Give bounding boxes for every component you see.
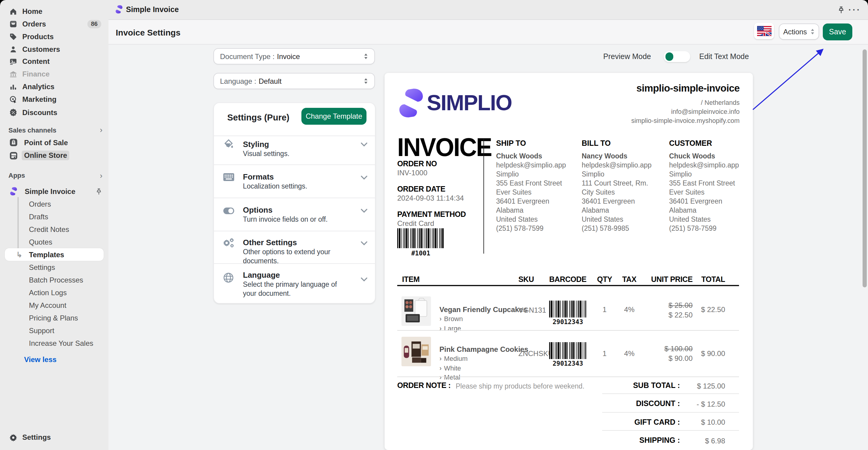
product-name: Vegan Friendly Cupcakes xyxy=(439,306,527,314)
screen: Home Orders 86 Products Customers Conten… xyxy=(0,0,868,450)
sku-value: VGN131 xyxy=(518,306,546,315)
item-barcode xyxy=(549,342,587,359)
product-image xyxy=(401,296,431,326)
bar-chart-icon xyxy=(8,82,18,91)
subtotal-value: $ 125.00 xyxy=(662,382,725,390)
sidebar-item-orders[interactable]: Orders 86 xyxy=(5,18,104,30)
actions-button[interactable]: Actions xyxy=(779,24,819,40)
divider xyxy=(214,231,375,231)
sidebar-subitem-action-logs[interactable]: Action Logs xyxy=(5,286,104,299)
view-less-link[interactable]: View less xyxy=(5,353,104,366)
sidebar-item-finance[interactable]: Finance xyxy=(5,67,104,80)
simple-invoice-app-icon xyxy=(8,187,18,196)
pin-icon[interactable] xyxy=(95,188,102,195)
payment-method-label: PAYMENT METHOD xyxy=(397,210,466,219)
sidebar-item-settings[interactable]: Settings xyxy=(5,431,104,443)
orders-count-badge: 86 xyxy=(87,20,101,28)
simplio-logo-icon xyxy=(397,87,425,119)
option-chevron-icon xyxy=(439,364,441,372)
sidebar-item-point-of-sale[interactable]: Point of Sale xyxy=(5,136,104,149)
app-topbar: Simple Invoice xyxy=(108,0,868,19)
sidebar-item-products[interactable]: Products xyxy=(5,30,104,43)
sidebar-subitem-my-account[interactable]: My Account xyxy=(5,299,104,312)
sidebar-item-marketing[interactable]: Marketing xyxy=(5,93,104,105)
sku-value: ZNCHSKU xyxy=(518,349,553,358)
sidebar-item-label: Customers xyxy=(22,45,60,53)
shop-name: simplio-simple-invoice xyxy=(631,83,740,94)
language-flag-button[interactable] xyxy=(754,23,774,39)
online-store-icon xyxy=(8,151,18,160)
vertical-scrollbar[interactable] xyxy=(863,50,867,287)
main-content: Document Type : Invoice Language : Defau… xyxy=(108,44,868,450)
chevron-down-icon xyxy=(361,175,369,184)
toggle-icon xyxy=(222,205,235,217)
simplio-logo-text: SIMPLIO xyxy=(427,90,512,116)
option-chevron-icon xyxy=(439,355,441,362)
sidebar-subitem-templates[interactable]: Templates xyxy=(5,248,104,261)
chevron-down-icon xyxy=(361,241,369,249)
qty-value: 1 xyxy=(592,349,617,358)
change-template-button[interactable]: Change Template xyxy=(301,108,367,125)
divider xyxy=(602,393,739,394)
edit-text-mode-label: Edit Text Mode xyxy=(699,53,749,61)
window-corner xyxy=(0,0,5,5)
sidebar-subitem-orders[interactable]: Orders xyxy=(5,198,104,211)
pin-icon[interactable] xyxy=(835,4,846,15)
shipping-value: $ 6.98 xyxy=(662,437,725,445)
divider xyxy=(214,164,375,165)
ship-to-block: SHIP TO Chuck Woods helpdesk@simplio.app… xyxy=(496,139,578,233)
sidebar-subitem-quotes[interactable]: Quotes xyxy=(5,236,104,249)
divider xyxy=(397,330,739,331)
divider xyxy=(484,139,484,254)
sidebar-subitem-pricing-plans[interactable]: Pricing & Plans xyxy=(5,312,104,324)
chevron-right-icon xyxy=(100,171,102,180)
sidebar-subitem-settings[interactable]: Settings xyxy=(5,261,104,274)
sidebar-item-label: Home xyxy=(22,7,42,15)
discount-value: - $ 12.50 xyxy=(662,400,725,408)
sidebar-item-label: Discounts xyxy=(22,108,57,117)
sidebar: Home Orders 86 Products Customers Conten… xyxy=(0,0,109,450)
sidebar-item-label: Point of Sale xyxy=(24,138,68,147)
sidebar-item-home[interactable]: Home xyxy=(5,5,104,18)
sidebar-item-label: Analytics xyxy=(22,82,55,91)
sales-channels-header[interactable]: Sales channels xyxy=(8,124,102,136)
apps-header[interactable]: Apps xyxy=(8,169,102,182)
sidebar-subitem-increase-your-sales[interactable]: Increase Your Sales xyxy=(5,337,104,350)
save-button[interactable]: Save xyxy=(823,24,852,40)
content-icon xyxy=(8,56,18,66)
language-select[interactable]: Language : Default xyxy=(213,73,375,89)
divider xyxy=(602,412,739,412)
sidebar-subitem-batch-processes[interactable]: Batch Processes xyxy=(5,274,104,286)
order-date-label: ORDER DATE xyxy=(397,185,445,193)
sidebar-item-simple-invoice-app[interactable]: Simple Invoice xyxy=(5,185,104,198)
page-header: Invoice Settings xyxy=(108,19,868,44)
sidebar-subitem-support[interactable]: Support xyxy=(5,324,104,337)
product-image xyxy=(401,337,431,366)
qty-value: 1 xyxy=(592,306,617,314)
invoice-preview: SIMPLIO simplio-simple-invoice / Netherl… xyxy=(384,73,753,450)
sidebar-item-customers[interactable]: Customers xyxy=(5,43,104,56)
product-option: Medium xyxy=(439,355,468,362)
sidebar-item-discounts[interactable]: Discounts xyxy=(5,106,104,119)
divider xyxy=(214,263,375,264)
sidebar-item-label: Simple Invoice xyxy=(25,187,75,195)
updown-caret-icon xyxy=(364,53,368,60)
sidebar-item-online-store[interactable]: Online Store xyxy=(5,149,104,162)
person-icon xyxy=(8,44,18,54)
sidebar-item-content[interactable]: Content xyxy=(5,55,104,67)
gift-card-value: $ 10.00 xyxy=(662,418,725,426)
sidebar-item-label: Marketing xyxy=(22,95,56,103)
col-item: ITEM xyxy=(402,275,420,284)
preview-mode-toggle[interactable] xyxy=(664,51,690,62)
app-logo-icon xyxy=(115,5,123,14)
document-type-select[interactable]: Document Type : Invoice xyxy=(213,48,375,64)
option-chevron-icon xyxy=(439,315,441,322)
sidebar-item-analytics[interactable]: Analytics xyxy=(5,80,104,93)
more-options-icon[interactable] xyxy=(849,4,860,15)
sidebar-item-label: Online Store xyxy=(24,151,70,160)
sidebar-subitem-credit-notes[interactable]: Credit Notes xyxy=(5,223,104,236)
order-no-value: INV-1000 xyxy=(397,169,427,177)
item-barcode xyxy=(549,300,587,318)
sidebar-subitem-drafts[interactable]: Drafts xyxy=(5,211,104,223)
point-of-sale-icon xyxy=(8,138,18,147)
